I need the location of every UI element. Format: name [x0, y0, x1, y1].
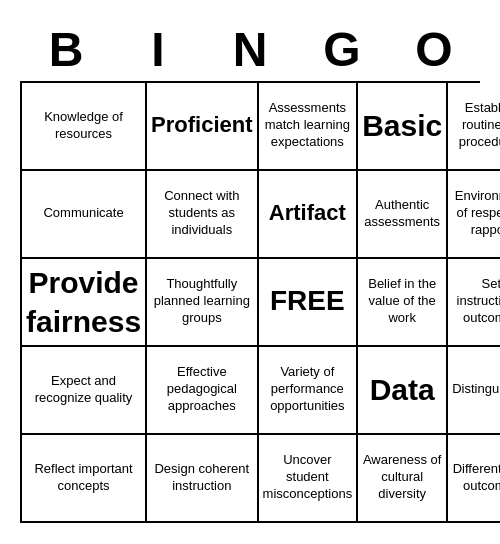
bingo-cell: Thoughtfully planned learning groups — [147, 259, 258, 347]
bingo-cell: Set instructional outcomes — [448, 259, 500, 347]
bingo-cell: Assessments match learning expectations — [259, 83, 359, 171]
bingo-cell: Effective pedagogical approaches — [147, 347, 258, 435]
bingo-cell: Variety of performance opportunities — [259, 347, 359, 435]
bingo-cell: Data — [358, 347, 448, 435]
bingo-cell: Distinguished — [448, 347, 500, 435]
bingo-cell: Establish routines & procedures — [448, 83, 500, 171]
bingo-cell: Design coherent instruction — [147, 435, 258, 523]
bingo-letter: B — [22, 22, 110, 77]
bingo-cell: FREE — [259, 259, 359, 347]
bingo-cell: Connect with students as individuals — [147, 171, 258, 259]
bingo-cell: Authentic assessments — [358, 171, 448, 259]
bingo-grid: Knowledge of resourcesProficientAssessme… — [20, 81, 480, 523]
bingo-cell: Artifact — [259, 171, 359, 259]
bingo-letter: O — [390, 22, 478, 77]
bingo-cell: Provide fairness — [22, 259, 147, 347]
bingo-cell: Knowledge of resources — [22, 83, 147, 171]
bingo-letter: G — [298, 22, 386, 77]
bingo-letter: N — [206, 22, 294, 77]
bingo-letter: I — [114, 22, 202, 77]
bingo-title: BINGO — [20, 22, 480, 77]
bingo-cell: Differentiated outcomes — [448, 435, 500, 523]
bingo-cell: Uncover student misconceptions — [259, 435, 359, 523]
bingo-cell: Basic — [358, 83, 448, 171]
bingo-cell: Expect and recognize quality — [22, 347, 147, 435]
bingo-cell: Proficient — [147, 83, 258, 171]
bingo-cell: Belief in the value of the work — [358, 259, 448, 347]
bingo-cell: Reflect important concepts — [22, 435, 147, 523]
bingo-cell: Awareness of cultural diversity — [358, 435, 448, 523]
bingo-cell: Environment of respect & rapport — [448, 171, 500, 259]
bingo-card: BINGO Knowledge of resourcesProficientAs… — [10, 12, 490, 533]
bingo-cell: Communicate — [22, 171, 147, 259]
